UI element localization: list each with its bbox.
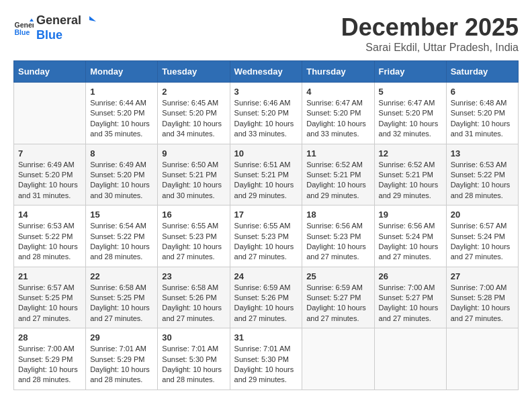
calendar-cell: 16Sunrise: 6:55 AM Sunset: 5:23 PM Dayli… bbox=[158, 205, 230, 267]
calendar-cell: 10Sunrise: 6:51 AM Sunset: 5:21 PM Dayli… bbox=[230, 144, 302, 205]
day-number: 6 bbox=[451, 87, 514, 97]
calendar-week-2: 7Sunrise: 6:49 AM Sunset: 5:20 PM Daylig… bbox=[14, 144, 519, 205]
day-info: Sunrise: 7:01 AM Sunset: 5:30 PM Dayligh… bbox=[234, 344, 298, 385]
day-info: Sunrise: 6:57 AM Sunset: 5:25 PM Dayligh… bbox=[18, 283, 81, 324]
day-number: 26 bbox=[379, 271, 442, 281]
month-title: December 2025 bbox=[341, 13, 519, 42]
day-number: 5 bbox=[379, 87, 442, 97]
calendar-cell: 19Sunrise: 6:56 AM Sunset: 5:24 PM Dayli… bbox=[374, 205, 446, 267]
day-info: Sunrise: 6:47 AM Sunset: 5:20 PM Dayligh… bbox=[379, 98, 442, 140]
logo-text: General Blue bbox=[36, 13, 97, 42]
day-number: 14 bbox=[18, 210, 81, 220]
day-number: 21 bbox=[18, 271, 81, 281]
logo-icon: General Blue bbox=[13, 17, 34, 38]
day-info: Sunrise: 6:51 AM Sunset: 5:21 PM Dayligh… bbox=[234, 160, 298, 201]
calendar-cell: 29Sunrise: 7:01 AM Sunset: 5:29 PM Dayli… bbox=[86, 328, 158, 390]
day-info: Sunrise: 6:47 AM Sunset: 5:20 PM Dayligh… bbox=[306, 98, 369, 140]
day-number: 20 bbox=[451, 210, 514, 220]
day-info: Sunrise: 6:55 AM Sunset: 5:23 PM Dayligh… bbox=[234, 221, 298, 263]
day-info: Sunrise: 7:01 AM Sunset: 5:29 PM Dayligh… bbox=[90, 344, 153, 385]
calendar-cell: 6Sunrise: 6:48 AM Sunset: 5:20 PM Daylig… bbox=[446, 83, 518, 144]
svg-text:Blue: Blue bbox=[15, 28, 30, 36]
day-info: Sunrise: 6:59 AM Sunset: 5:27 PM Dayligh… bbox=[306, 283, 369, 324]
calendar-cell: 7Sunrise: 6:49 AM Sunset: 5:20 PM Daylig… bbox=[14, 144, 86, 205]
calendar-cell: 23Sunrise: 6:58 AM Sunset: 5:26 PM Dayli… bbox=[158, 267, 230, 328]
day-number: 12 bbox=[379, 148, 442, 158]
day-info: Sunrise: 7:00 AM Sunset: 5:29 PM Dayligh… bbox=[18, 344, 81, 385]
day-info: Sunrise: 6:49 AM Sunset: 5:20 PM Dayligh… bbox=[18, 160, 81, 201]
calendar-cell: 28Sunrise: 7:00 AM Sunset: 5:29 PM Dayli… bbox=[14, 328, 86, 390]
calendar-header-wednesday: Wednesday bbox=[230, 61, 302, 83]
day-info: Sunrise: 6:56 AM Sunset: 5:24 PM Dayligh… bbox=[379, 221, 442, 263]
day-number: 16 bbox=[162, 210, 225, 220]
day-number: 24 bbox=[234, 271, 298, 281]
calendar-cell: 24Sunrise: 6:59 AM Sunset: 5:26 PM Dayli… bbox=[230, 267, 302, 328]
day-info: Sunrise: 6:53 AM Sunset: 5:22 PM Dayligh… bbox=[18, 221, 81, 263]
day-number: 7 bbox=[18, 148, 81, 158]
calendar-header-thursday: Thursday bbox=[302, 61, 374, 83]
day-info: Sunrise: 6:52 AM Sunset: 5:21 PM Dayligh… bbox=[306, 160, 369, 201]
day-info: Sunrise: 6:57 AM Sunset: 5:24 PM Dayligh… bbox=[451, 221, 514, 263]
day-info: Sunrise: 6:53 AM Sunset: 5:22 PM Dayligh… bbox=[451, 160, 514, 201]
day-info: Sunrise: 6:44 AM Sunset: 5:20 PM Dayligh… bbox=[90, 98, 153, 140]
day-info: Sunrise: 7:00 AM Sunset: 5:27 PM Dayligh… bbox=[379, 283, 442, 324]
calendar-table: SundayMondayTuesdayWednesdayThursdayFrid… bbox=[13, 60, 519, 390]
day-number: 3 bbox=[234, 87, 298, 97]
day-number: 22 bbox=[90, 271, 153, 281]
day-number: 30 bbox=[162, 332, 225, 342]
day-number: 13 bbox=[451, 148, 514, 158]
calendar-cell: 5Sunrise: 6:47 AM Sunset: 5:20 PM Daylig… bbox=[374, 83, 446, 144]
logo-bird-icon bbox=[83, 15, 96, 28]
calendar-cell: 1Sunrise: 6:44 AM Sunset: 5:20 PM Daylig… bbox=[86, 83, 158, 144]
day-number: 10 bbox=[234, 148, 298, 158]
day-number: 11 bbox=[306, 148, 369, 158]
day-info: Sunrise: 6:56 AM Sunset: 5:23 PM Dayligh… bbox=[306, 221, 369, 263]
calendar-header-saturday: Saturday bbox=[446, 61, 518, 83]
calendar-cell: 17Sunrise: 6:55 AM Sunset: 5:23 PM Dayli… bbox=[230, 205, 302, 267]
calendar-cell bbox=[374, 328, 446, 390]
calendar-header-friday: Friday bbox=[374, 61, 446, 83]
calendar-week-4: 21Sunrise: 6:57 AM Sunset: 5:25 PM Dayli… bbox=[14, 267, 519, 328]
day-number: 28 bbox=[18, 332, 81, 342]
calendar-cell: 15Sunrise: 6:54 AM Sunset: 5:22 PM Dayli… bbox=[86, 205, 158, 267]
day-number: 9 bbox=[162, 148, 225, 158]
day-number: 15 bbox=[90, 210, 153, 220]
day-number: 2 bbox=[162, 87, 225, 97]
calendar-cell: 12Sunrise: 6:52 AM Sunset: 5:21 PM Dayli… bbox=[374, 144, 446, 205]
calendar-cell bbox=[446, 328, 518, 390]
calendar-week-3: 14Sunrise: 6:53 AM Sunset: 5:22 PM Dayli… bbox=[14, 205, 519, 267]
title-section: December 2025 Sarai Ekdil, Uttar Pradesh… bbox=[341, 13, 519, 54]
calendar-header-row: SundayMondayTuesdayWednesdayThursdayFrid… bbox=[14, 61, 519, 83]
calendar-cell: 21Sunrise: 6:57 AM Sunset: 5:25 PM Dayli… bbox=[14, 267, 86, 328]
day-number: 8 bbox=[90, 148, 153, 158]
day-number: 19 bbox=[379, 210, 442, 220]
logo: General Blue General Blue bbox=[13, 13, 97, 42]
calendar-week-5: 28Sunrise: 7:00 AM Sunset: 5:29 PM Dayli… bbox=[14, 328, 519, 390]
day-info: Sunrise: 6:52 AM Sunset: 5:21 PM Dayligh… bbox=[379, 160, 442, 201]
calendar-header-sunday: Sunday bbox=[14, 61, 86, 83]
calendar-cell: 2Sunrise: 6:45 AM Sunset: 5:20 PM Daylig… bbox=[158, 83, 230, 144]
day-info: Sunrise: 6:49 AM Sunset: 5:20 PM Dayligh… bbox=[90, 160, 153, 201]
calendar-cell: 31Sunrise: 7:01 AM Sunset: 5:30 PM Dayli… bbox=[230, 328, 302, 390]
calendar-body: 1Sunrise: 6:44 AM Sunset: 5:20 PM Daylig… bbox=[14, 83, 519, 390]
day-info: Sunrise: 6:58 AM Sunset: 5:25 PM Dayligh… bbox=[90, 283, 153, 324]
day-info: Sunrise: 6:45 AM Sunset: 5:20 PM Dayligh… bbox=[162, 98, 225, 140]
page-header: General Blue General Blue December 2025 … bbox=[13, 13, 519, 54]
calendar-cell: 30Sunrise: 7:01 AM Sunset: 5:30 PM Dayli… bbox=[158, 328, 230, 390]
day-info: Sunrise: 7:00 AM Sunset: 5:28 PM Dayligh… bbox=[451, 283, 514, 324]
calendar-header-tuesday: Tuesday bbox=[158, 61, 230, 83]
day-info: Sunrise: 7:01 AM Sunset: 5:30 PM Dayligh… bbox=[162, 344, 225, 385]
day-number: 18 bbox=[306, 210, 369, 220]
calendar-cell: 26Sunrise: 7:00 AM Sunset: 5:27 PM Dayli… bbox=[374, 267, 446, 328]
day-number: 25 bbox=[306, 271, 369, 281]
calendar-cell: 22Sunrise: 6:58 AM Sunset: 5:25 PM Dayli… bbox=[86, 267, 158, 328]
calendar-cell: 25Sunrise: 6:59 AM Sunset: 5:27 PM Dayli… bbox=[302, 267, 374, 328]
day-info: Sunrise: 6:50 AM Sunset: 5:21 PM Dayligh… bbox=[162, 160, 225, 201]
location-title: Sarai Ekdil, Uttar Pradesh, India bbox=[341, 42, 519, 54]
day-info: Sunrise: 6:58 AM Sunset: 5:26 PM Dayligh… bbox=[162, 283, 225, 324]
calendar-cell: 9Sunrise: 6:50 AM Sunset: 5:21 PM Daylig… bbox=[158, 144, 230, 205]
calendar-cell: 13Sunrise: 6:53 AM Sunset: 5:22 PM Dayli… bbox=[446, 144, 518, 205]
calendar-cell bbox=[302, 328, 374, 390]
day-number: 27 bbox=[451, 271, 514, 281]
calendar-cell: 14Sunrise: 6:53 AM Sunset: 5:22 PM Dayli… bbox=[14, 205, 86, 267]
